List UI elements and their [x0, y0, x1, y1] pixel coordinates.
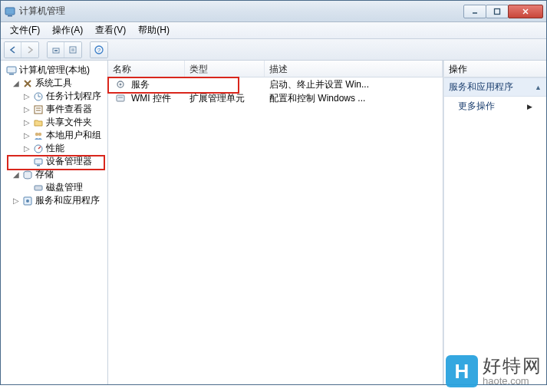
- list-pane: 名称 类型 描述 服务 启动、终止并设置 Win... WMI 控件: [108, 61, 443, 384]
- computer-management-window: 计算机管理 文件(F) 操作(A) 查看(V) 帮助(H) ?: [0, 0, 547, 385]
- toolbar: ?: [1, 39, 546, 61]
- svg-point-22: [38, 132, 41, 135]
- tree-disk-mgmt[interactable]: 磁盘管理: [2, 181, 106, 194]
- tree-event-viewer-label: 事件查看器: [46, 103, 92, 116]
- help-button[interactable]: ?: [91, 42, 107, 58]
- users-icon: [32, 130, 44, 142]
- app-icon: [4, 5, 16, 18]
- tree-local-users[interactable]: ▷ 本地用户和组: [2, 129, 106, 142]
- up-button[interactable]: [48, 42, 64, 58]
- tree-root-label: 计算机管理(本地): [19, 64, 90, 77]
- list-row-wmi[interactable]: WMI 控件 扩展管理单元 配置和控制 Windows ...: [108, 91, 443, 105]
- menu-view[interactable]: 查看(V): [89, 22, 132, 38]
- tree-shared-folders[interactable]: ▷ 共享文件夹: [2, 116, 106, 129]
- properties-button[interactable]: [64, 42, 81, 58]
- actions-more-text: 更多操作: [458, 100, 495, 113]
- actions-header: 操作: [444, 61, 546, 77]
- svg-rect-14: [9, 74, 14, 75]
- event-icon: [32, 104, 44, 116]
- tree-performance-label: 性能: [46, 142, 64, 155]
- device-icon: [32, 156, 44, 168]
- expand-icon[interactable]: ▷: [22, 105, 31, 114]
- actions-pane: 操作 服务和应用程序 ▲ 更多操作 ▶: [443, 61, 546, 384]
- col-header-desc[interactable]: 描述: [265, 61, 443, 77]
- tree-shared-folders-label: 共享文件夹: [46, 116, 92, 129]
- tree-pane[interactable]: 计算机管理(本地) ◢ 系统工具 ▷ 任务计划程序 ▷ 事件查看器 ▷ 共享文件…: [1, 61, 108, 384]
- tree-local-users-label: 本地用户和组: [46, 129, 101, 142]
- list-row-services[interactable]: 服务 启动、终止并设置 Win...: [108, 77, 443, 91]
- svg-rect-27: [35, 186, 42, 190]
- close-button[interactable]: [508, 5, 543, 18]
- tree-storage-label: 存储: [35, 168, 54, 181]
- col-header-type[interactable]: 类型: [185, 61, 265, 77]
- actions-more[interactable]: 更多操作 ▶: [444, 97, 546, 116]
- tree-event-viewer[interactable]: ▷ 事件查看器: [2, 103, 106, 116]
- window-title: 计算机管理: [19, 5, 464, 18]
- cell-desc-0: 启动、终止并设置 Win...: [265, 78, 443, 91]
- wmi-icon: [114, 92, 127, 104]
- expand-icon[interactable]: ▷: [22, 131, 31, 140]
- disk-icon: [32, 182, 44, 194]
- tree-disk-mgmt-label: 磁盘管理: [46, 181, 83, 194]
- cell-type-1: 扩展管理单元: [185, 92, 265, 105]
- tools-icon: [21, 77, 34, 90]
- svg-rect-8: [70, 47, 76, 53]
- computer-icon: [5, 64, 18, 77]
- expand-icon[interactable]: ▷: [12, 196, 20, 205]
- tree-services-apps-label: 服务和应用程序: [35, 194, 100, 207]
- watermark-logo-icon: H: [446, 355, 478, 387]
- expand-icon[interactable]: ▷: [22, 144, 31, 153]
- watermark-en: haote.com: [483, 376, 542, 387]
- window-controls: [464, 5, 543, 18]
- chevron-right-icon: ▶: [527, 103, 532, 110]
- tree-system-tools[interactable]: ◢ 系统工具: [2, 77, 106, 90]
- menu-file[interactable]: 文件(F): [4, 22, 46, 38]
- title-bar[interactable]: 计算机管理: [1, 1, 546, 22]
- menu-help[interactable]: 帮助(H): [132, 22, 176, 38]
- collapse-icon[interactable]: ◢: [12, 170, 20, 179]
- folder-share-icon: [32, 117, 44, 129]
- svg-point-31: [120, 84, 122, 86]
- tree-task-scheduler[interactable]: ▷ 任务计划程序: [2, 90, 106, 103]
- tree-root[interactable]: 计算机管理(本地): [2, 64, 106, 77]
- svg-rect-24: [35, 159, 42, 164]
- tree-task-scheduler-label: 任务计划程序: [46, 90, 101, 103]
- svg-rect-0: [5, 8, 15, 15]
- back-button[interactable]: [5, 42, 21, 58]
- svg-point-21: [35, 132, 38, 135]
- tree-device-manager[interactable]: 设备管理器: [2, 155, 106, 168]
- gear-icon: [114, 78, 127, 91]
- svg-text:?: ?: [97, 47, 101, 54]
- performance-icon: [32, 143, 44, 155]
- content-area: 计算机管理(本地) ◢ 系统工具 ▷ 任务计划程序 ▷ 事件查看器 ▷ 共享文件…: [1, 61, 546, 384]
- expand-icon[interactable]: ▷: [22, 118, 31, 127]
- forward-button[interactable]: [21, 42, 38, 58]
- cell-desc-1: 配置和控制 Windows ...: [265, 92, 443, 105]
- tree-system-tools-label: 系统工具: [35, 77, 72, 90]
- actions-title[interactable]: 服务和应用程序 ▲: [444, 77, 546, 97]
- menu-bar: 文件(F) 操作(A) 查看(V) 帮助(H): [1, 22, 546, 39]
- clock-icon: [32, 91, 44, 103]
- cell-name-1: WMI 控件: [131, 92, 171, 105]
- watermark-cn: 好特网: [483, 356, 542, 376]
- svg-rect-32: [117, 95, 124, 101]
- maximize-button[interactable]: [486, 5, 509, 18]
- svg-rect-13: [7, 67, 16, 73]
- minimize-button[interactable]: [463, 5, 486, 18]
- storage-icon: [21, 169, 34, 181]
- tree-storage[interactable]: ◢ 存储: [2, 168, 106, 181]
- list-body[interactable]: 服务 启动、终止并设置 Win... WMI 控件 扩展管理单元 配置和控制 W…: [108, 77, 443, 384]
- tree-device-manager-label: 设备管理器: [46, 155, 92, 168]
- tree-performance[interactable]: ▷ 性能: [2, 142, 106, 155]
- collapse-icon[interactable]: ◢: [12, 79, 20, 87]
- chevron-up-icon: ▲: [535, 84, 542, 91]
- menu-action[interactable]: 操作(A): [46, 22, 89, 38]
- watermark: H 好特网 haote.com: [446, 355, 542, 387]
- svg-rect-1: [8, 15, 12, 17]
- col-header-name[interactable]: 名称: [108, 61, 185, 77]
- list-header: 名称 类型 描述: [108, 61, 443, 77]
- expand-icon[interactable]: ▷: [22, 92, 31, 100]
- svg-point-29: [26, 199, 29, 203]
- tree-services-apps[interactable]: ▷ 服务和应用程序: [2, 194, 106, 207]
- svg-rect-25: [37, 165, 40, 166]
